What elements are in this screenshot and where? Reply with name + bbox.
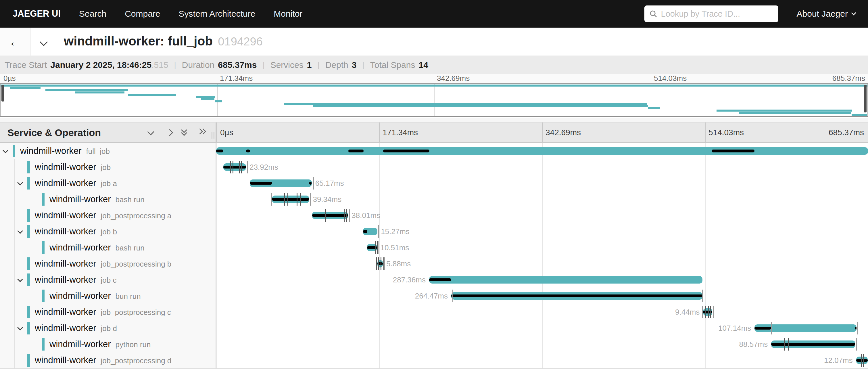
collapse-one-icon[interactable] xyxy=(147,128,154,135)
span-bar[interactable] xyxy=(703,308,712,316)
span-row[interactable]: windmill-workerpython run88.57ms xyxy=(0,336,868,352)
log-tick xyxy=(384,257,385,270)
collapse-span-chevron-icon[interactable] xyxy=(17,180,23,185)
span-duration-label: 9.44ms xyxy=(675,308,700,317)
span-bar[interactable] xyxy=(771,341,855,348)
span-name: windmill-workerbun run xyxy=(50,291,141,301)
span-row[interactable]: windmill-workerjob b15.27ms xyxy=(0,224,868,239)
duration-value: 685.37ms xyxy=(218,60,257,70)
span-bar[interactable] xyxy=(451,292,703,300)
indent-guide xyxy=(14,320,15,336)
span-timeline-cell: 38.01ms xyxy=(216,207,868,224)
span-bar[interactable] xyxy=(754,324,857,332)
expand-all-icon[interactable] xyxy=(198,128,207,135)
span-name-cell: windmill-workerpython run xyxy=(0,336,216,352)
span-name-cell: windmill-workerjob_postprocessing b xyxy=(0,256,216,272)
span-row[interactable]: windmill-workerbash run10.51ms xyxy=(0,239,868,256)
span-name: windmill-workerjob a xyxy=(35,178,117,189)
log-tick xyxy=(378,225,379,238)
span-bar[interactable] xyxy=(223,163,246,171)
log-tick xyxy=(710,306,711,318)
span-duration-label: 23.92ms xyxy=(249,163,278,172)
log-tick xyxy=(325,209,326,222)
column-resize-grip[interactable] xyxy=(211,132,215,139)
about-jaeger-menu[interactable]: About Jaeger xyxy=(797,9,855,19)
trace-info-bar: Trace Start January 2 2025, 18:46:25.515… xyxy=(0,56,868,74)
span-bar[interactable] xyxy=(272,196,309,203)
minimap-span-bar xyxy=(201,98,214,100)
range-start-scrubber[interactable] xyxy=(1,85,4,102)
collapse-trace-header-button[interactable] xyxy=(41,39,46,46)
indent-guide xyxy=(14,288,15,304)
trace-lookup-input[interactable] xyxy=(661,9,774,19)
service-color-bar xyxy=(27,225,30,238)
span-row[interactable]: windmill-workerjob_postprocessing b5.88m… xyxy=(0,256,868,272)
span-bar[interactable] xyxy=(312,212,348,219)
operation-name: job_postprocessing c xyxy=(101,308,171,317)
span-name-cell: windmill-workerbash run xyxy=(0,191,216,207)
minimap-canvas[interactable] xyxy=(0,83,868,117)
log-tick xyxy=(378,257,379,270)
indent-guide xyxy=(29,336,29,352)
collapse-span-chevron-icon[interactable] xyxy=(17,228,23,234)
log-tick xyxy=(284,193,285,206)
span-bar[interactable] xyxy=(377,260,383,267)
section-divider xyxy=(0,118,868,122)
back-button[interactable]: ← xyxy=(0,28,31,56)
span-row[interactable]: windmill-workerjob a65.17ms xyxy=(0,175,868,191)
span-bar[interactable] xyxy=(429,276,703,284)
collapse-all-icon[interactable] xyxy=(181,128,188,136)
indent-guide xyxy=(14,256,15,272)
span-bar[interactable] xyxy=(250,179,312,187)
search-icon xyxy=(649,9,658,18)
service-operation-header: Service & Operation xyxy=(0,122,216,142)
nav-item-system-architecture[interactable]: System Architecture xyxy=(179,9,255,19)
span-row[interactable]: windmill-workerbun run264.47ms xyxy=(0,288,868,304)
span-row[interactable]: windmill-workerjob c287.36ms xyxy=(0,272,868,288)
span-row[interactable]: windmill-workerjob_postprocessing d12.07… xyxy=(0,352,868,368)
indent-guide xyxy=(14,336,15,352)
span-bar[interactable] xyxy=(367,244,377,251)
span-row[interactable]: windmill-workerbash run39.34ms xyxy=(0,191,868,207)
span-row[interactable]: windmill-workerjob23.92ms xyxy=(0,159,868,175)
span-name-cell: windmill-workerjob d xyxy=(0,320,216,336)
span-row[interactable]: windmill-workerfull_job xyxy=(0,143,868,159)
axis-tick: 514.03ms xyxy=(654,74,687,83)
span-row[interactable]: windmill-workerjob_postprocessing a38.01… xyxy=(0,207,868,224)
service-color-bar xyxy=(27,273,30,286)
service-color-bar xyxy=(42,193,44,206)
span-duration-label: 12.07ms xyxy=(824,356,853,365)
top-navbar: JAEGER UI Search Compare System Architec… xyxy=(0,0,868,28)
nav-item-monitor[interactable]: Monitor xyxy=(274,9,302,19)
span-duration-label: 287.36ms xyxy=(393,276,426,284)
nav-item-search[interactable]: Search xyxy=(79,9,106,19)
collapse-span-chevron-icon[interactable] xyxy=(17,325,23,330)
operation-name: job xyxy=(101,163,111,172)
critical-path-segment xyxy=(451,294,703,297)
span-row[interactable]: windmill-workerjob d107.14ms xyxy=(0,320,868,336)
span-bar[interactable] xyxy=(856,356,868,364)
operation-name: job_postprocessing a xyxy=(101,211,172,220)
span-bar[interactable] xyxy=(216,147,868,155)
indent-guide xyxy=(14,304,15,320)
log-tick xyxy=(230,161,231,173)
expand-one-icon[interactable] xyxy=(166,129,173,136)
nav-item-compare[interactable]: Compare xyxy=(125,9,160,19)
jaeger-logo[interactable]: JAEGER UI xyxy=(13,9,61,19)
range-end-scrubber[interactable] xyxy=(864,85,867,112)
chevron-down-icon xyxy=(40,38,48,46)
log-tick xyxy=(241,161,242,173)
indent-guide xyxy=(14,224,15,239)
span-timeline-cell: 9.44ms xyxy=(216,304,868,320)
span-timeline-cell: 10.51ms xyxy=(216,239,868,256)
span-name-cell: windmill-workerjob b xyxy=(0,224,216,239)
collapse-span-chevron-icon[interactable] xyxy=(3,147,8,153)
collapse-span-chevron-icon[interactable] xyxy=(17,277,23,282)
critical-path-segment xyxy=(223,166,246,169)
span-row[interactable]: windmill-workerjob_postprocessing c9.44m… xyxy=(0,304,868,320)
critical-path-segment xyxy=(309,182,312,184)
span-bar[interactable] xyxy=(363,228,378,235)
span-timeline-cell: 65.17ms xyxy=(216,175,868,191)
operation-name: job c xyxy=(101,276,117,284)
service-name: windmill-worker xyxy=(35,355,96,365)
